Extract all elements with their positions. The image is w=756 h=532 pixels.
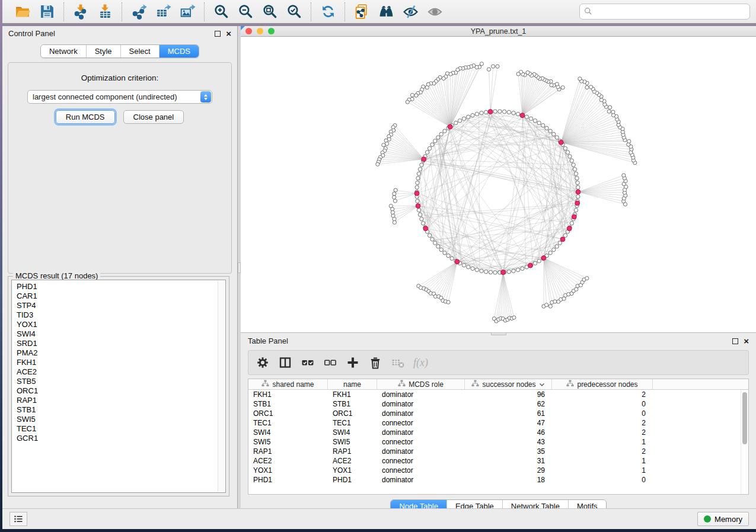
mcds-result-group: MCDS result (17 nodes) PHD1CAR1STP4TID3Y… (8, 276, 229, 496)
table-cell: 62 (465, 399, 552, 409)
tab-network[interactable]: Network (41, 45, 86, 57)
mcds-result-item[interactable]: ORC1 (13, 386, 217, 396)
table-scrollbar[interactable] (741, 390, 748, 494)
column-header-predecessor-nodes[interactable]: predecessor nodes (552, 379, 653, 389)
mcds-result-item[interactable]: SWI4 (13, 329, 217, 339)
panel-menu-button[interactable] (9, 512, 27, 526)
horizontal-splitter-grip[interactable] (491, 332, 506, 335)
save-icon[interactable] (37, 2, 56, 21)
mcds-result-item[interactable]: YOX1 (13, 320, 217, 329)
column-header-MCDS-role[interactable]: MCDS role (377, 379, 465, 389)
mcds-result-item[interactable]: RAP1 (13, 396, 217, 405)
column-header-shared-name[interactable]: shared name (248, 379, 328, 389)
table-panel: Table Panel × f(x) shared namenameMCDS r… (241, 332, 756, 508)
column-header-name[interactable]: name (328, 379, 377, 389)
close-panel-button[interactable]: Close panel (123, 110, 184, 124)
select-all-icon[interactable] (301, 355, 315, 370)
memory-status-icon (704, 515, 711, 523)
table-row[interactable]: ACE2ACE2connector311 (248, 456, 741, 466)
table-cell: FKH1 (328, 390, 377, 399)
mcds-result-item[interactable]: STP4 (13, 301, 217, 310)
mcds-result-item[interactable]: SWI5 (13, 415, 217, 424)
delete-column-icon[interactable] (368, 355, 382, 370)
mcds-result-item[interactable]: STB1 (13, 405, 217, 415)
zoom-out-icon[interactable] (236, 2, 255, 21)
table-cell: dominator (377, 475, 465, 485)
close-panel-icon[interactable]: × (226, 31, 231, 37)
search-icon (584, 7, 592, 15)
open-folder-icon[interactable] (13, 2, 32, 21)
table-row[interactable]: ORC1ORC1dominator610 (248, 409, 741, 418)
search-input[interactable] (579, 4, 750, 20)
table-header-row: shared namenameMCDS rolesuccessor nodesp… (248, 379, 748, 390)
table-cell: SWI5 (328, 437, 377, 447)
mcds-result-item[interactable]: PMA2 (13, 348, 217, 358)
table-row[interactable]: STB1STB1dominator620 (248, 399, 741, 409)
network-window: YPA_prune.txt_1 (241, 26, 756, 332)
table-cell: 1 (552, 437, 653, 447)
mcds-result-item[interactable]: STB5 (13, 377, 217, 386)
search-box (579, 4, 750, 20)
mcds-result-item[interactable]: CAR1 (13, 291, 217, 301)
show-columns-icon[interactable] (278, 355, 292, 370)
table-cell: 18 (465, 475, 552, 485)
table-cell: 35 (465, 447, 552, 456)
table-cell: connector (377, 437, 465, 447)
column-header-successor-nodes[interactable]: successor nodes (465, 379, 552, 389)
show-hidden-icon[interactable] (425, 2, 444, 21)
table-row[interactable]: RAP1RAP1dominator352 (248, 447, 741, 456)
float-panel-icon[interactable] (215, 31, 221, 37)
add-column-icon[interactable] (346, 355, 360, 370)
import-network-icon[interactable] (71, 2, 90, 21)
first-neighbors-icon[interactable] (377, 2, 395, 21)
refresh-icon[interactable] (318, 2, 337, 21)
mcds-result-item[interactable]: TEC1 (13, 424, 217, 434)
table-cell: PHD1 (328, 475, 377, 485)
network-canvas[interactable] (241, 37, 756, 332)
settings-gear-icon[interactable] (256, 355, 270, 370)
optimization-criterion-select[interactable]: largest connected component (undirected) (27, 90, 212, 104)
mcds-result-item[interactable]: SRD1 (13, 339, 217, 348)
tab-style[interactable]: Style (86, 45, 120, 57)
zoom-in-icon[interactable] (212, 2, 231, 21)
mcds-list-scrollbar[interactable] (218, 281, 225, 492)
tab-select[interactable]: Select (120, 45, 159, 57)
export-image-icon[interactable] (178, 2, 197, 21)
mcds-result-item[interactable]: GCR1 (13, 434, 217, 443)
zoom-fit-icon[interactable] (260, 2, 279, 21)
clear-selection-icon[interactable] (323, 355, 337, 370)
float-table-panel-icon[interactable] (732, 338, 738, 344)
table-cell: SWI4 (248, 428, 328, 437)
table-scrollbar-thumb[interactable] (742, 392, 747, 444)
table-row[interactable]: SWI5SWI5connector431 (248, 437, 741, 447)
table-row[interactable]: TEC1TEC1connector472 (248, 418, 741, 428)
table-row[interactable]: SWI4SWI4dominator462 (248, 428, 741, 437)
table-row[interactable]: FKH1FKH1dominator962 (248, 390, 741, 399)
hide-selected-icon[interactable] (401, 2, 420, 21)
table-row[interactable]: YOX1YOX1connector291 (248, 466, 741, 475)
node-table: shared namenameMCDS rolesuccessor nodesp… (248, 379, 749, 495)
mcds-result-item[interactable]: PHD1 (13, 282, 217, 291)
toolbar-group (311, 2, 344, 21)
zoom-selected-icon[interactable] (285, 2, 304, 21)
table-row[interactable]: PHD1PHD1dominator180 (248, 475, 741, 485)
mcds-result-item[interactable]: ACE2 (13, 367, 217, 377)
export-table-icon[interactable] (154, 2, 173, 21)
export-network-icon[interactable] (129, 2, 148, 21)
close-table-panel-icon[interactable]: × (744, 338, 749, 344)
table-cell: FKH1 (248, 390, 328, 399)
toolbar-group (6, 2, 63, 21)
clone-network-icon[interactable] (352, 2, 371, 21)
mcds-result-list: PHD1CAR1STP4TID3YOX1SWI4SRD1PMA2FKH1ACE2… (11, 280, 226, 493)
table-cell: connector (377, 418, 465, 428)
sort-desc-icon (539, 380, 545, 389)
table-cell: connector (377, 456, 465, 466)
import-table-icon[interactable] (95, 2, 114, 21)
table-cell: dominator (377, 409, 465, 418)
shared-column-icon (261, 380, 269, 389)
tab-mcds[interactable]: MCDS (159, 45, 199, 57)
memory-button[interactable]: Memory (697, 512, 749, 526)
mcds-result-item[interactable]: FKH1 (13, 358, 217, 367)
run-mcds-button[interactable]: Run MCDS (56, 110, 115, 124)
mcds-result-item[interactable]: TID3 (13, 310, 217, 320)
